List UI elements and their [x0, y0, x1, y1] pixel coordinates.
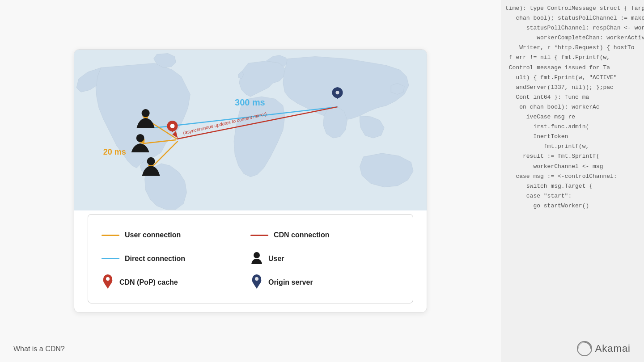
legend-user: User: [250, 252, 399, 266]
svg-point-25: [577, 341, 592, 356]
legend-cdn-connection: CDN connection: [250, 231, 399, 239]
cdn-connection-line: [250, 235, 268, 236]
direct-connection-label: Direct connection: [125, 255, 185, 263]
origin-server-label: Origin server: [268, 278, 313, 286]
legend-direct-connection: Direct connection: [102, 255, 250, 263]
diagram-card: 300 ms 20 ms (asynchronous updates to co…: [74, 49, 427, 313]
svg-text:300 ms: 300 ms: [235, 97, 265, 107]
cdn-cache-icon: [102, 274, 114, 290]
svg-point-14: [170, 124, 174, 128]
direct-connection-line: [102, 258, 119, 259]
legend-origin-server: Origin server: [250, 274, 399, 290]
user-connection-label: User connection: [125, 231, 181, 239]
user-icon: [250, 252, 263, 266]
svg-text:20 ms: 20 ms: [103, 147, 126, 156]
cdn-cache-label: CDN (PoP) cache: [119, 278, 178, 286]
akamai-logo-text: Akamai: [595, 343, 631, 354]
svg-point-24: [255, 277, 258, 281]
page-title: What is a CDN?: [13, 345, 65, 353]
svg-point-10: [142, 109, 150, 117]
svg-point-16: [336, 91, 339, 94]
cdn-connection-label: CDN connection: [274, 231, 329, 239]
svg-point-12: [147, 157, 155, 165]
user-label: User: [268, 255, 284, 263]
akamai-logo: Akamai: [576, 341, 631, 357]
svg-point-20: [254, 252, 260, 258]
map-area: 300 ms 20 ms (asynchronous updates to co…: [74, 50, 427, 210]
main-content: 300 ms 20 ms (asynchronous updates to co…: [0, 0, 501, 362]
svg-point-22: [106, 277, 110, 281]
legend-user-connection: User connection: [102, 231, 250, 239]
origin-server-icon: [250, 274, 263, 290]
svg-point-11: [136, 134, 144, 142]
user-connection-line: [102, 235, 119, 236]
code-background: time): type ControlMessage struct { Targ…: [501, 0, 644, 362]
akamai-logo-icon: [576, 341, 593, 357]
legend-cdn-cache: CDN (PoP) cache: [102, 274, 250, 290]
legend-area: User connection CDN connection Direct co…: [88, 214, 413, 303]
